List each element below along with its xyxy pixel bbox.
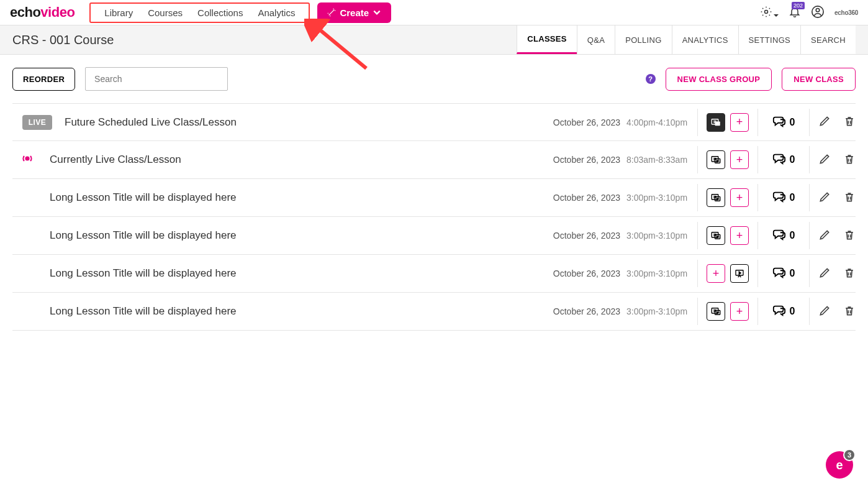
- class-title[interactable]: Long Lesson Title will be displayed here: [50, 267, 553, 280]
- notifications-button[interactable]: 202: [789, 6, 801, 20]
- delete-button[interactable]: [843, 153, 856, 167]
- divider: [697, 184, 698, 211]
- delete-button[interactable]: [843, 229, 856, 243]
- class-row: Long Lesson Title will be displayed here…: [12, 255, 856, 293]
- class-row: Long Lesson Title will be displayed here…: [12, 179, 856, 217]
- add-button[interactable]: +: [730, 188, 749, 207]
- tab-polling[interactable]: POLLING: [615, 25, 671, 54]
- edit-button[interactable]: [818, 115, 831, 129]
- action-buttons: +: [707, 226, 749, 245]
- media-button[interactable]: [707, 226, 725, 245]
- svg-point-2: [816, 8, 820, 12]
- class-title[interactable]: Currently Live Class/Lesson: [50, 154, 553, 166]
- edit-button[interactable]: [818, 267, 831, 281]
- action-buttons: +: [707, 302, 749, 321]
- prefix: LIVE: [17, 115, 57, 130]
- add-button[interactable]: +: [730, 302, 749, 321]
- delete-button[interactable]: [843, 267, 856, 281]
- comments[interactable]: 0: [767, 303, 800, 319]
- class-date: October 26, 2023: [553, 117, 620, 127]
- course-tabs: CLASSES Q&A POLLING ANALYTICS SETTINGS S…: [517, 25, 856, 54]
- edit-delete: [818, 153, 856, 167]
- action-buttons: +: [707, 188, 749, 207]
- comments-count: 0: [790, 306, 795, 317]
- delete-button[interactable]: [843, 115, 856, 129]
- divider: [757, 298, 758, 325]
- class-title[interactable]: Long Lesson Title will be displayed here: [50, 191, 553, 204]
- divider: [809, 184, 810, 211]
- nav-analytics[interactable]: Analytics: [250, 7, 302, 18]
- tab-classes[interactable]: CLASSES: [517, 25, 577, 54]
- class-title[interactable]: Future Scheduled Live Class/Lesson: [65, 116, 553, 129]
- divider: [757, 184, 758, 211]
- comments-icon: [772, 265, 786, 282]
- media-button[interactable]: [707, 188, 725, 207]
- settings-button[interactable]: [760, 6, 779, 20]
- media-button[interactable]: [707, 113, 725, 132]
- class-time: 4:00pm-4:10pm: [626, 117, 689, 127]
- divider: [757, 222, 758, 249]
- edit-delete: [818, 305, 856, 319]
- media-button[interactable]: [707, 302, 725, 321]
- edit-delete: [818, 191, 856, 205]
- reorder-button[interactable]: REORDER: [12, 68, 75, 91]
- divider: [757, 260, 758, 287]
- comments-count: 0: [790, 154, 795, 165]
- comments[interactable]: 0: [767, 227, 800, 244]
- media-button[interactable]: [707, 150, 725, 169]
- caret-down-icon: [774, 13, 779, 18]
- edit-button[interactable]: [818, 305, 831, 319]
- class-time: 3:00pm-3:10pm: [626, 268, 689, 278]
- nav-courses[interactable]: Courses: [140, 7, 190, 18]
- comments-count: 0: [790, 230, 795, 241]
- divider: [697, 146, 698, 173]
- logo[interactable]: echovideo: [10, 4, 75, 21]
- class-time: 3:00pm-3:10pm: [626, 306, 689, 316]
- comments[interactable]: 0: [767, 190, 800, 206]
- add-button[interactable]: +: [730, 113, 749, 132]
- delete-button[interactable]: [843, 191, 856, 205]
- gear-icon: [760, 6, 772, 18]
- tab-analytics[interactable]: ANALYTICS: [672, 25, 738, 54]
- nav-collections[interactable]: Collections: [190, 7, 250, 18]
- class-title[interactable]: Long Lesson Title will be displayed here: [50, 229, 553, 242]
- class-time: 8:03am-8:33am: [626, 155, 689, 165]
- comments[interactable]: 0: [767, 152, 800, 168]
- tab-search[interactable]: SEARCH: [800, 25, 856, 54]
- live-badge: LIVE: [22, 115, 53, 130]
- new-class-group-button[interactable]: NEW CLASS GROUP: [666, 68, 772, 91]
- delete-button[interactable]: [843, 305, 856, 319]
- create-button[interactable]: Create: [317, 2, 391, 23]
- comments[interactable]: 0: [767, 265, 800, 282]
- class-row: LIVEFuture Scheduled Live Class/LessonOc…: [12, 103, 856, 141]
- tab-qa[interactable]: Q&A: [577, 25, 615, 54]
- comments-icon: [772, 114, 786, 131]
- search-input[interactable]: [85, 67, 228, 91]
- add-button[interactable]: +: [707, 264, 725, 283]
- account-button[interactable]: [811, 5, 825, 21]
- class-row: Long Lesson Title will be displayed here…: [12, 217, 856, 255]
- add-button[interactable]: +: [730, 150, 749, 169]
- svg-point-0: [765, 10, 768, 13]
- edit-button[interactable]: [818, 191, 831, 205]
- comments[interactable]: 0: [767, 114, 800, 131]
- edit-button[interactable]: [818, 229, 831, 243]
- add-button[interactable]: +: [730, 226, 749, 245]
- divider: [809, 298, 810, 325]
- divider: [697, 298, 698, 325]
- class-time: 3:00pm-3:10pm: [626, 231, 689, 241]
- action-buttons: +: [707, 264, 749, 283]
- edit-button[interactable]: [818, 153, 831, 167]
- present-button[interactable]: [730, 264, 749, 283]
- tab-settings[interactable]: SETTINGS: [738, 25, 800, 54]
- class-row: Currently Live Class/LessonOctober 26, 2…: [12, 141, 856, 179]
- toolbar: REORDER ? NEW CLASS GROUP NEW CLASS: [0, 55, 868, 103]
- help-icon[interactable]: ?: [646, 74, 656, 84]
- class-date: October 26, 2023: [553, 306, 620, 316]
- nav-library[interactable]: Library: [97, 7, 140, 18]
- top-right: 202 echo360: [760, 5, 858, 21]
- class-date: October 26, 2023: [553, 155, 620, 165]
- class-title[interactable]: Long Lesson Title will be displayed here: [50, 305, 553, 318]
- divider: [809, 109, 810, 136]
- new-class-button[interactable]: NEW CLASS: [782, 68, 856, 91]
